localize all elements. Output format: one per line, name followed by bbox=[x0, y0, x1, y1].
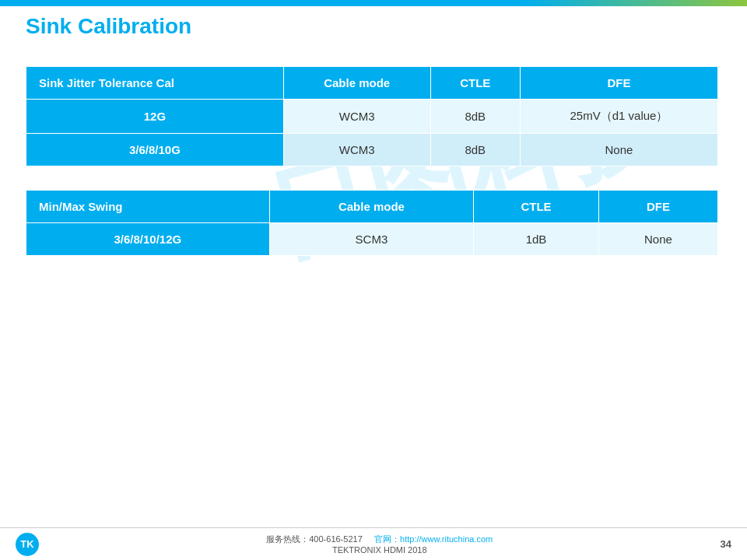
table2-row1-col3: 1dB bbox=[474, 223, 599, 256]
table2-col4-header: DFE bbox=[598, 191, 717, 223]
table-row: 3/6/8/10/12G SCM3 1dB None bbox=[26, 223, 718, 256]
footer-website[interactable]: 官网：http://www.rituchina.com bbox=[374, 534, 493, 544]
table-row: 3/6/8/10G WCM3 8dB None bbox=[26, 134, 718, 166]
table2-col3-header: CTLE bbox=[474, 191, 599, 223]
table1-col2-header: Cable mode bbox=[283, 67, 430, 100]
footer-product: TEKTRONIX HDMI 2018 bbox=[332, 545, 427, 555]
tables-container: Sink Jitter Tolerance Cal Cable mode CTL… bbox=[26, 66, 718, 279]
footer-center: 服务热线：400-616-5217 官网：http://www.rituchin… bbox=[54, 534, 705, 555]
table2-row1-col1: 3/6/8/10/12G bbox=[26, 223, 270, 256]
table1-row2-col1: 3/6/8/10G bbox=[26, 134, 284, 166]
table1-col3-header: CTLE bbox=[430, 67, 520, 100]
footer-logo: TK bbox=[16, 533, 39, 556]
page-title: Sink Calibration bbox=[26, 14, 191, 39]
table1-row1-col3: 8dB bbox=[430, 100, 520, 134]
table2-row1-col4: None bbox=[598, 223, 717, 256]
table1-row2-col3: 8dB bbox=[430, 134, 520, 166]
table-row: 12G WCM3 8dB 25mV（d1 value） bbox=[26, 100, 718, 134]
footer-page-number: 34 bbox=[721, 538, 731, 550]
table1-row1-col1: 12G bbox=[26, 100, 284, 134]
footer-hotline: 服务热线：400-616-5217 bbox=[266, 534, 363, 544]
min-max-swing-table: Min/Max Swing Cable mode CTLE DFE 3/6/8/… bbox=[26, 190, 718, 256]
table2-section: Min/Max Swing Cable mode CTLE DFE 3/6/8/… bbox=[26, 190, 718, 256]
header-accent-bar bbox=[0, 0, 747, 6]
table2-col1-header: Min/Max Swing bbox=[26, 191, 270, 223]
table1-row1-col2: WCM3 bbox=[283, 100, 430, 134]
footer: TK 服务热线：400-616-5217 官网：http://www.rituc… bbox=[0, 527, 747, 560]
table1-row1-col4: 25mV（d1 value） bbox=[520, 100, 717, 134]
table1-col4-header: DFE bbox=[520, 67, 717, 100]
table2-row1-col2: SCM3 bbox=[269, 223, 474, 256]
table1-section: Sink Jitter Tolerance Cal Cable mode CTL… bbox=[26, 66, 718, 166]
sink-jitter-table: Sink Jitter Tolerance Cal Cable mode CTL… bbox=[26, 66, 718, 166]
table1-col1-header: Sink Jitter Tolerance Cal bbox=[26, 67, 284, 100]
table2-col2-header: Cable mode bbox=[269, 191, 474, 223]
table1-row2-col4: None bbox=[520, 134, 717, 166]
table1-row2-col2: WCM3 bbox=[283, 134, 430, 166]
